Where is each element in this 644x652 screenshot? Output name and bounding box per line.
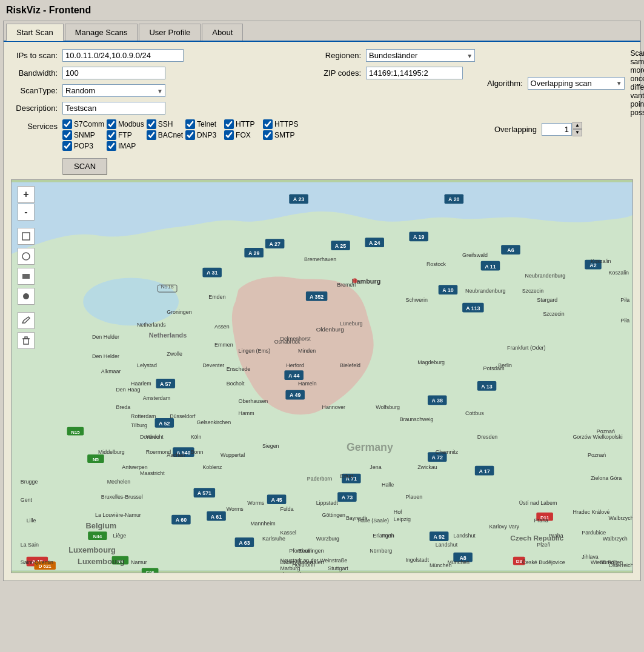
trash-icon bbox=[21, 336, 31, 345]
zoom-out-button[interactable]: - bbox=[18, 204, 35, 221]
svg-text:La Louvière-Namur: La Louvière-Namur bbox=[95, 512, 141, 518]
svg-text:Luxembourg: Luxembourg bbox=[78, 557, 125, 566]
regionen-select-wrapper: Bundesländer Bundesländer (Ost) Bundeslä… bbox=[366, 49, 475, 62]
svg-text:Mannheim: Mannheim bbox=[250, 521, 275, 527]
service-telnet-checkbox[interactable] bbox=[185, 119, 195, 129]
scantype-select[interactable]: Random Sequential Ping bbox=[62, 84, 165, 97]
svg-text:A 52: A 52 bbox=[159, 421, 170, 427]
zoom-in-button[interactable]: + bbox=[18, 186, 35, 203]
scan-button[interactable]: SCAN bbox=[62, 158, 107, 175]
svg-text:Pforzheim: Pforzheim bbox=[289, 548, 313, 554]
regionen-select[interactable]: Bundesländer Bundesländer (Ost) Bundeslä… bbox=[366, 49, 475, 62]
scantype-select-wrapper: Random Sequential Ping ▼ bbox=[62, 84, 165, 97]
svg-text:Gorzów Wielkopolski: Gorzów Wielkopolski bbox=[573, 434, 622, 440]
service-http-checkbox[interactable] bbox=[224, 119, 234, 129]
service-https-checkbox[interactable] bbox=[263, 119, 273, 129]
regionen-label: Regionen: bbox=[311, 51, 366, 60]
overlapping-down-button[interactable]: ▼ bbox=[573, 129, 582, 136]
ips-row: IPs to scan: bbox=[11, 49, 299, 62]
tab-manage-scans[interactable]: Manage Scans bbox=[65, 24, 138, 41]
overlapping-spinner: ▲ ▼ bbox=[542, 122, 582, 136]
svg-text:Leipzig: Leipzig bbox=[394, 516, 411, 522]
algorithm-row: Algorithm: Overlapping scan Sequential s… bbox=[487, 49, 644, 117]
svg-text:Koszalin: Koszalin bbox=[609, 270, 629, 276]
svg-text:A 25: A 25 bbox=[335, 243, 346, 249]
svg-text:Magdeburg: Magdeburg bbox=[417, 359, 445, 365]
svg-text:Herford: Herford bbox=[286, 362, 304, 368]
tab-start-scan[interactable]: Start Scan bbox=[6, 24, 64, 41]
service-pop3-checkbox[interactable] bbox=[62, 141, 72, 151]
svg-text:Hamm: Hamm bbox=[239, 410, 254, 416]
svg-text:Alkmaar: Alkmaar bbox=[101, 368, 121, 374]
service-pop3: POP3 bbox=[62, 141, 104, 151]
service-snmp-checkbox[interactable] bbox=[62, 130, 72, 140]
bandwidth-input[interactable] bbox=[62, 67, 165, 79]
overlapping-up-button[interactable]: ▲ bbox=[573, 122, 582, 129]
map-controls: + - bbox=[18, 186, 35, 349]
draw-polygon-button[interactable] bbox=[18, 228, 35, 245]
zip-input[interactable] bbox=[366, 67, 463, 79]
svg-text:Wolfsburg: Wolfsburg bbox=[376, 404, 400, 410]
svg-text:Emden: Emden bbox=[208, 294, 225, 300]
svg-text:Worms: Worms bbox=[227, 506, 244, 512]
svg-text:Liège: Liège bbox=[113, 533, 127, 539]
service-telnet: Telnet bbox=[185, 119, 222, 129]
svg-text:Amsterdam: Amsterdam bbox=[143, 395, 170, 401]
service-imap-checkbox[interactable] bbox=[107, 141, 116, 151]
svg-text:Poznań: Poznań bbox=[588, 452, 606, 458]
svg-text:Karlsruhe: Karlsruhe bbox=[262, 536, 285, 542]
svg-text:Rotterdam: Rotterdam bbox=[131, 413, 156, 419]
draw-circle-button[interactable] bbox=[18, 248, 35, 265]
svg-text:Praha: Praha bbox=[549, 533, 563, 539]
algorithm-select-wrapper: Overlapping scan Sequential scan Random … bbox=[528, 77, 625, 90]
svg-text:Würzburg: Würzburg bbox=[316, 536, 339, 542]
svg-text:Worms: Worms bbox=[247, 500, 264, 506]
svg-text:A 92: A 92 bbox=[433, 534, 444, 540]
content-area: IPs to scan: Bandwidth: ScanType: Random… bbox=[4, 42, 640, 580]
svg-text:Ingolstadt: Ingolstadt bbox=[405, 557, 429, 563]
svg-text:Wuppertal: Wuppertal bbox=[221, 452, 245, 458]
service-ftp-checkbox[interactable] bbox=[107, 130, 116, 140]
service-bacnet-checkbox[interactable] bbox=[147, 130, 156, 140]
tab-about[interactable]: About bbox=[202, 24, 243, 41]
svg-rect-263 bbox=[25, 337, 27, 339]
svg-text:A 38: A 38 bbox=[432, 398, 443, 404]
svg-text:Luxembourg: Luxembourg bbox=[68, 545, 116, 554]
draw-rectangle-button[interactable] bbox=[18, 268, 35, 285]
svg-text:Frankfurt (Oder): Frankfurt (Oder) bbox=[507, 345, 546, 351]
ips-input[interactable] bbox=[62, 49, 184, 62]
service-modbus-checkbox[interactable] bbox=[107, 119, 116, 129]
service-fox-checkbox[interactable] bbox=[224, 130, 234, 140]
svg-text:Assen: Assen bbox=[214, 324, 230, 330]
svg-text:Deventer: Deventer bbox=[202, 362, 224, 368]
svg-text:Piła: Piła bbox=[620, 297, 629, 303]
service-s7comm-checkbox[interactable] bbox=[62, 119, 72, 129]
svg-text:Kassel: Kassel bbox=[281, 530, 297, 536]
svg-text:Lingen (Ems): Lingen (Ems) bbox=[239, 348, 271, 354]
overlapping-row: Overlapping ▲ ▼ bbox=[487, 122, 644, 136]
svg-text:Osnabrück: Osnabrück bbox=[274, 339, 300, 345]
service-ssh-checkbox[interactable] bbox=[147, 119, 156, 129]
service-smtp-checkbox[interactable] bbox=[263, 130, 273, 140]
tab-user-profile[interactable]: User Profile bbox=[139, 24, 201, 41]
draw-marker-button[interactable] bbox=[18, 288, 35, 305]
overlapping-input[interactable] bbox=[542, 123, 572, 136]
svg-rect-259 bbox=[22, 274, 30, 279]
service-dnp3-checkbox[interactable] bbox=[185, 130, 195, 140]
algorithm-select[interactable]: Overlapping scan Sequential scan Random … bbox=[528, 77, 625, 90]
edit-button[interactable] bbox=[18, 312, 35, 329]
service-ssh: SSH bbox=[147, 119, 183, 129]
delete-button[interactable] bbox=[18, 332, 35, 349]
svg-text:Düsseldorf: Düsseldorf bbox=[170, 413, 196, 419]
svg-text:Mechelen: Mechelen bbox=[107, 479, 130, 485]
algorithm-label: Algorithm: bbox=[487, 79, 528, 88]
service-bacnet-label: BACnet bbox=[158, 131, 183, 139]
service-s7comm: S7Comm bbox=[62, 119, 104, 129]
svg-text:Bayreuth: Bayreuth bbox=[346, 515, 368, 521]
svg-text:Koszalin: Koszalin bbox=[591, 258, 611, 264]
svg-text:Zielona Góra: Zielona Góra bbox=[591, 475, 622, 481]
svg-text:A 352: A 352 bbox=[310, 294, 324, 300]
left-form: IPs to scan: Bandwidth: ScanType: Random… bbox=[11, 49, 299, 175]
description-input[interactable] bbox=[62, 102, 165, 115]
svg-text:Gelsenkirchen: Gelsenkirchen bbox=[197, 419, 231, 425]
